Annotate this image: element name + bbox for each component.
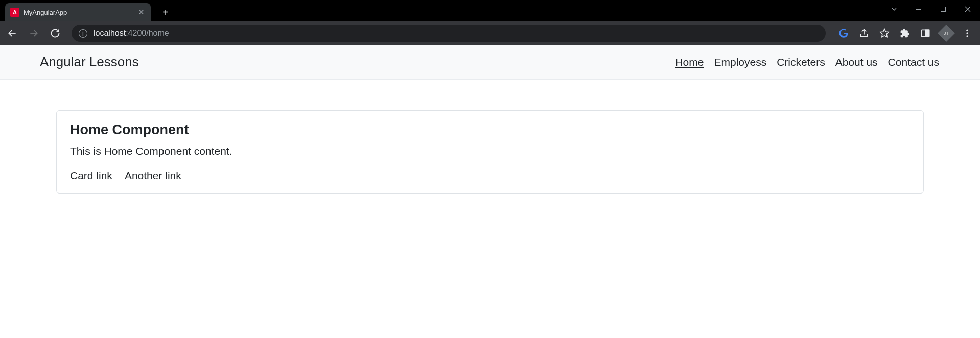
minimize-button[interactable] [906, 0, 931, 18]
main-container: Home Component This is Home Component co… [0, 80, 980, 194]
svg-rect-0 [916, 9, 921, 10]
forward-button[interactable] [27, 26, 41, 40]
menu-icon[interactable] [962, 28, 973, 39]
home-card: Home Component This is Home Component co… [56, 110, 924, 194]
tabs-dropdown-icon[interactable] [882, 0, 906, 18]
window-controls [882, 0, 980, 18]
new-tab-button[interactable]: + [158, 5, 173, 19]
back-button[interactable] [5, 26, 19, 40]
card-title: Home Component [70, 122, 910, 138]
profile-avatar[interactable]: JT [938, 25, 955, 42]
nav-links: Home Employess Cricketers About us Conta… [675, 56, 939, 68]
maximize-button[interactable] [931, 0, 955, 18]
browser-tab[interactable]: A MyAngularApp ✕ [5, 3, 151, 21]
card-link[interactable]: Card link [70, 170, 112, 182]
browser-chrome: A MyAngularApp ✕ + [0, 0, 980, 45]
page-content: Angular Lessons Home Employess Cricketer… [0, 45, 980, 194]
app-navbar: Angular Lessons Home Employess Cricketer… [0, 45, 980, 80]
nav-link-employess[interactable]: Employess [714, 56, 766, 68]
star-icon[interactable] [879, 28, 890, 39]
svg-point-12 [966, 35, 968, 37]
svg-rect-9 [926, 30, 929, 36]
close-window-button[interactable] [955, 0, 980, 18]
close-icon[interactable]: ✕ [136, 8, 146, 17]
card-text: This is Home Component content. [70, 145, 910, 157]
svg-marker-7 [880, 29, 889, 37]
sidepanel-icon[interactable] [920, 28, 931, 39]
another-link[interactable]: Another link [125, 170, 181, 182]
card-links: Card link Another link [70, 170, 910, 182]
brand-title[interactable]: Angular Lessons [40, 54, 139, 70]
share-icon[interactable] [858, 28, 870, 39]
url-text: localhost:4200/home [94, 29, 169, 38]
tab-bar: A MyAngularApp ✕ + [0, 0, 980, 21]
google-icon[interactable] [838, 28, 849, 39]
url-path: :4200/home [126, 29, 169, 37]
nav-link-home[interactable]: Home [675, 56, 704, 68]
tab-title: MyAngularApp [24, 9, 132, 16]
nav-link-about-us[interactable]: About us [835, 56, 878, 68]
nav-link-contact-us[interactable]: Contact us [888, 56, 939, 68]
nav-link-cricketers[interactable]: Cricketers [777, 56, 825, 68]
site-info-icon[interactable]: i [79, 29, 87, 38]
toolbar-right: JT [838, 27, 975, 39]
svg-rect-1 [941, 7, 946, 11]
angular-favicon: A [10, 8, 19, 17]
browser-toolbar: i localhost:4200/home JT [0, 21, 980, 45]
address-bar[interactable]: i localhost:4200/home [72, 25, 826, 42]
reload-button[interactable] [48, 26, 62, 40]
extensions-icon[interactable] [899, 28, 911, 39]
svg-point-10 [966, 30, 968, 31]
svg-point-11 [966, 32, 968, 34]
url-host: localhost [94, 29, 126, 37]
